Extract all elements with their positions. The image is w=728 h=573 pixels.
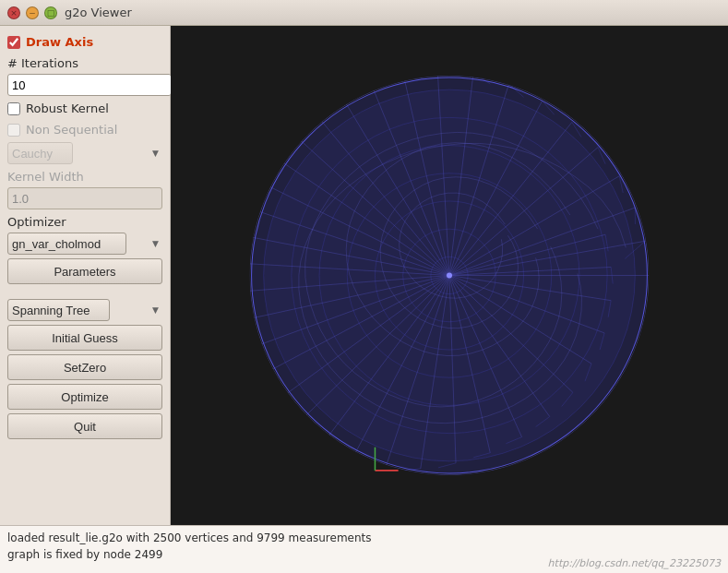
non-sequential-label: Non Sequential [26,123,117,137]
main-container: Draw Axis # Iterations ▲ ▼ Robust Kernel… [0,26,728,573]
kernel-width-label: Kernel Width [7,170,162,184]
non-sequential-checkbox[interactable] [7,124,20,137]
spanning-tree-wrapper: Spanning Tree Odometry ▼ [7,299,162,321]
spanning-tree-arrow-icon: ▼ [152,305,159,315]
content-area: Draw Axis # Iterations ▲ ▼ Robust Kernel… [0,26,728,525]
optimize-button[interactable]: Optimize [7,384,162,410]
robust-kernel-row: Robust Kernel [7,100,162,117]
optimizer-label: Optimizer [7,215,162,229]
optimizer-arrow-icon: ▼ [152,239,159,248]
graph-svg [171,26,728,525]
status-line-1: loaded result_lie.g2o with 2500 vertices… [7,530,721,546]
draw-axis-label: Draw Axis [26,35,93,49]
initial-guess-button[interactable]: Initial Guess [7,325,162,351]
titlebar: × − □ g2o Viewer [0,0,728,26]
set-zero-button[interactable]: SetZero [7,354,162,380]
window-title: g2o Viewer [65,6,132,19]
minimize-button[interactable]: − [26,6,39,19]
maximize-button[interactable]: □ [44,6,57,19]
kernel-width-input[interactable] [7,187,162,209]
window-controls[interactable]: × − □ [7,6,57,19]
watermark-text: http://blog.csdn.net/qq_23225073 [548,557,721,569]
close-button[interactable]: × [7,6,20,19]
left-panel: Draw Axis # Iterations ▲ ▼ Robust Kernel… [0,26,171,525]
iterations-row: ▲ ▼ [7,74,162,96]
robust-kernel-label: Robust Kernel [26,101,109,115]
non-sequential-row: Non Sequential [7,121,162,138]
draw-axis-checkbox[interactable] [7,36,20,49]
optimizer-select[interactable]: gn_var_cholmod lm_var_cholmod gn_fix_6_3… [7,233,126,255]
kernel-type-arrow-icon: ▼ [152,149,159,158]
kernel-type-select[interactable]: Cauchy [7,142,73,164]
graph-viewport[interactable] [171,26,728,525]
iterations-label: # Iterations [7,56,162,70]
spanning-tree-select[interactable]: Spanning Tree Odometry [7,299,110,321]
robust-kernel-checkbox[interactable] [7,102,20,115]
kernel-type-wrapper: Cauchy ▼ [7,142,162,164]
quit-button[interactable]: Quit [7,413,162,439]
iterations-input[interactable] [7,74,172,96]
status-bar: loaded result_lie.g2o with 2500 vertices… [0,525,728,573]
svg-point-90 [447,272,452,278]
parameters-button[interactable]: Parameters [7,258,162,284]
draw-axis-row: Draw Axis [7,33,162,51]
optimizer-wrapper: gn_var_cholmod lm_var_cholmod gn_fix_6_3… [7,233,162,255]
